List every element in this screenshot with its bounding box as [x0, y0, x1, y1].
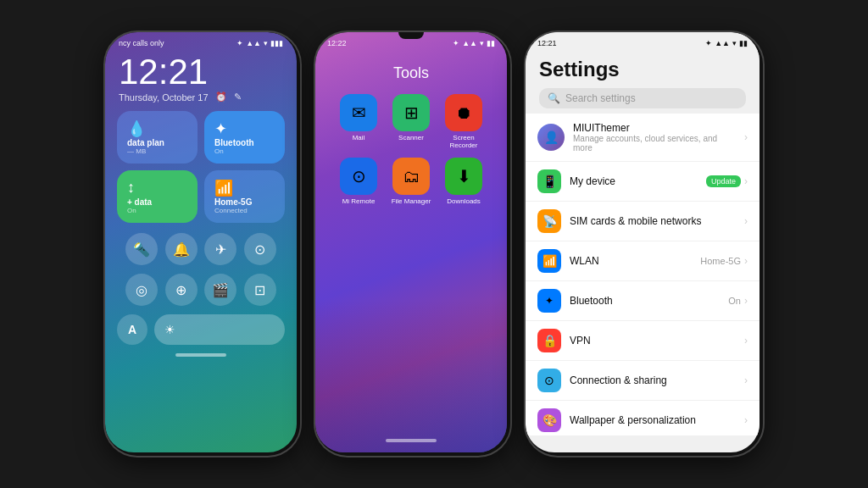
camera-btn[interactable]: 🎬 — [204, 274, 236, 306]
chevron-icon-device: › — [744, 175, 748, 187]
sim-title: SIM cards & mobile networks — [570, 215, 736, 227]
data-tile[interactable]: ↕ + data On — [117, 170, 198, 223]
connection-sharing-item[interactable]: ⊙ Connection & sharing › — [526, 361, 760, 401]
chevron-icon-sim: › — [744, 215, 748, 227]
mi-remote-app[interactable]: ⊙ Mi Remote — [337, 158, 381, 205]
bluetooth-tile-sub: On — [214, 147, 275, 155]
connection-icon: ⊙ — [537, 369, 561, 392]
sim-icon: 📡 — [537, 209, 561, 233]
apps-row-1: ✉ Mail ⊞ Scanner ⏺ Screen Recorder — [324, 94, 498, 149]
signal-icon-3: ▲▲ — [715, 39, 730, 47]
search-placeholder-text: Search settings — [565, 92, 636, 104]
location-btn[interactable]: ◎ — [125, 274, 158, 306]
bt-icon-2: ✦ — [453, 39, 459, 47]
data-plan-label: data plan — [127, 138, 187, 147]
screen-btn[interactable]: ⊡ — [244, 274, 276, 306]
vpn-content: VPN — [570, 335, 736, 347]
accessibility-btn[interactable]: A — [117, 314, 147, 345]
data-tile-label: + data — [127, 197, 187, 207]
my-device-right: Update › — [706, 175, 748, 187]
status-icons-2: ✦ ▲▲ ▾ ▮▮ — [453, 39, 495, 47]
scanner-app[interactable]: ⊞ Scanner — [389, 94, 433, 149]
miremote-label: Mi Remote — [342, 197, 376, 205]
wlan-title: WLAN — [570, 255, 692, 267]
wifi-icon-2: ▾ — [480, 39, 484, 47]
vpn-item[interactable]: 🔒 VPN › — [526, 321, 760, 361]
bluetooth-tile[interactable]: ✦ Bluetooth On — [204, 111, 285, 164]
date-display: Thursday, October 17 — [119, 92, 209, 103]
miuithemer-content: MIUIThemer Manage accounts, cloud servic… — [573, 122, 736, 152]
status-icons-1: ✦ ▲▲ ▾ ▮▮▮ — [236, 39, 283, 47]
scanner-icon: ⊞ — [392, 94, 430, 131]
alarm-icon: ⏰ — [215, 92, 227, 103]
bell-btn[interactable]: 🔔 — [165, 233, 198, 265]
miuithemer-sub: Manage accounts, cloud services, and mor… — [573, 134, 736, 152]
scanner-label: Scanner — [398, 134, 424, 141]
quick-tiles: 💧 data plan — MB ✦ Bluetooth On ↕ + data… — [105, 103, 297, 223]
filemanager-icon: 🗂 — [392, 158, 430, 195]
apps-row-2: ⊙ Mi Remote 🗂 File Manager ⬇ Downloads — [324, 158, 498, 205]
wifi-icon: ▾ — [264, 39, 268, 47]
chevron-icon-wlan: › — [744, 255, 748, 267]
home-indicator-2[interactable] — [386, 439, 437, 442]
file-manager-app[interactable]: 🗂 File Manager — [389, 158, 433, 205]
wifi-icon-3: ▾ — [732, 39, 737, 47]
tools-folder[interactable]: Tools ✉ Mail ⊞ Scanner ⏺ Screen Recorder — [315, 51, 507, 205]
wlan-value: Home-5G — [700, 256, 741, 266]
bluetooth-settings-icon: ✦ — [537, 289, 561, 313]
wallpaper-content: Wallpaper & personalization — [570, 414, 736, 426]
update-badge: Update — [706, 175, 741, 187]
settings-screen: 12:21 ✦ ▲▲ ▾ ▮▮ Settings 🔍 Search settin… — [526, 32, 760, 452]
notch — [398, 32, 424, 39]
mail-app[interactable]: ✉ Mail — [337, 94, 381, 149]
battery-icon-2: ▮▮ — [487, 39, 495, 47]
home5g-tile[interactable]: 📶 Home-5G Connected — [204, 170, 285, 223]
filemanager-label: File Manager — [392, 197, 431, 205]
data-plan-sub: — MB — [127, 147, 187, 155]
connection-content: Connection & sharing — [570, 374, 736, 386]
chevron-icon-vpn: › — [744, 335, 748, 347]
airplane-btn[interactable]: ✈ — [204, 233, 236, 265]
brightness-section: A ☀ — [105, 306, 297, 345]
downloads-icon: ⬇ — [445, 158, 482, 195]
search-icon: 🔍 — [548, 92, 560, 104]
recorder-label: Screen Recorder — [442, 134, 486, 149]
search-bar[interactable]: 🔍 Search settings — [539, 88, 746, 108]
status-bar-1: ncy calls only ✦ ▲▲ ▾ ▮▮▮ — [105, 32, 297, 51]
signal-icon: ▲▲ — [246, 39, 261, 47]
brightness-icon: ☀ — [164, 323, 175, 336]
focus-btn[interactable]: ⊙ — [244, 233, 276, 265]
carrier-text: ncy calls only — [119, 39, 164, 47]
bluetooth-value: On — [728, 296, 741, 306]
data-plan-tile[interactable]: 💧 data plan — MB — [117, 111, 198, 164]
recorder-icon: ⏺ — [445, 94, 482, 131]
sim-cards-item[interactable]: 📡 SIM cards & mobile networks › — [526, 202, 760, 241]
screen-recorder-app[interactable]: ⏺ Screen Recorder — [442, 94, 486, 149]
wlan-icon: 📶 — [537, 249, 561, 273]
my-device-item[interactable]: 📱 My device Update › — [526, 162, 760, 202]
bluetooth-item[interactable]: ✦ Bluetooth On › — [526, 281, 760, 321]
app-drawer-screen: 12:22 ✦ ▲▲ ▾ ▮▮ Tools ✉ Mail ⊞ Scanner — [315, 32, 507, 452]
home5g-tile-sub: Connected — [214, 207, 275, 214]
bluetooth-right: On › — [728, 295, 748, 307]
vpn-title: VPN — [570, 335, 736, 347]
mail-label: Mail — [353, 134, 365, 141]
miuithemer-avatar: 👤 — [537, 124, 565, 151]
wlan-item[interactable]: 📶 WLAN Home-5G › — [526, 241, 760, 281]
dnd-btn[interactable]: ⊕ — [165, 274, 198, 306]
settings-header: Settings 🔍 Search settings — [526, 51, 760, 114]
bluetooth-tile-label: Bluetooth — [214, 138, 275, 147]
brightness-bar[interactable]: ☀ — [154, 314, 285, 345]
chevron-icon-bluetooth: › — [744, 295, 748, 307]
flashlight-btn[interactable]: 🔦 — [125, 233, 158, 265]
bt-icon-3: ✦ — [705, 39, 712, 47]
phone-app-drawer: 12:22 ✦ ▲▲ ▾ ▮▮ Tools ✉ Mail ⊞ Scanner — [315, 32, 510, 456]
phone-settings: 12:21 ✦ ▲▲ ▾ ▮▮ Settings 🔍 Search settin… — [526, 32, 763, 456]
phone-control-center: ncy calls only ✦ ▲▲ ▾ ▮▮▮ 12:21 Thursday… — [105, 32, 300, 456]
miuithemer-item[interactable]: 👤 MIUIThemer Manage accounts, cloud serv… — [526, 114, 760, 162]
wallpaper-item[interactable]: 🎨 Wallpaper & personalization › — [526, 401, 760, 435]
downloads-app[interactable]: ⬇ Downloads — [442, 158, 486, 205]
miuithemer-title: MIUIThemer — [573, 122, 736, 134]
sim-content: SIM cards & mobile networks — [570, 215, 736, 227]
home-indicator[interactable] — [175, 353, 226, 357]
